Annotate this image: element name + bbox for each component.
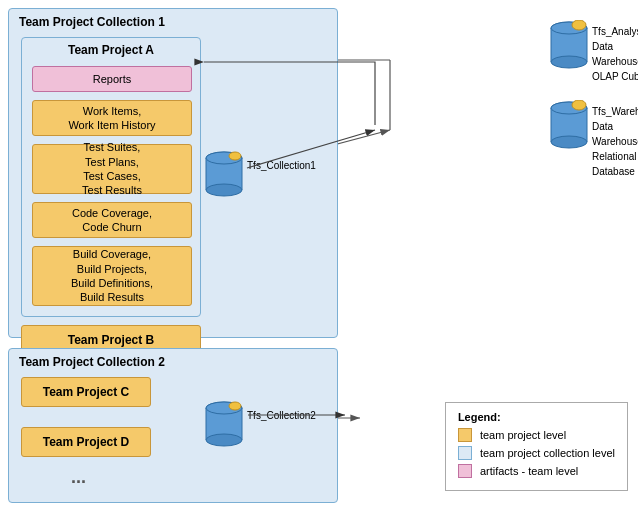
analysis-db-label: Tfs_AnalysisData WarehouseOLAP Cube	[592, 24, 638, 84]
tfs-collection2-cylinder: Tfs_Collection2	[205, 400, 243, 450]
diagram-container: Team Project Collection 1 Team Project A…	[0, 0, 638, 511]
warehouse-db-label: Tfs_WarehouseData WarehouseRelational Da…	[592, 104, 638, 179]
legend-label-collection: team project collection level	[480, 447, 615, 459]
collection1-box: Team Project Collection 1 Team Project A…	[8, 8, 338, 338]
collection1-cylinder-icon	[205, 150, 243, 198]
work-items-label: Work Items,Work Item History	[68, 104, 155, 133]
svg-point-12	[229, 152, 241, 160]
collection2-box: Team Project Collection 2 Team Project C…	[8, 348, 338, 503]
project-d-box: Team Project D	[21, 427, 151, 457]
project-a-box: Team Project A Reports Work Items,Work I…	[21, 37, 201, 317]
tfs-analysis-db: Tfs_AnalysisData WarehouseOLAP Cube	[550, 20, 588, 74]
project-c-box: Team Project C	[21, 377, 151, 407]
legend-item-artifacts: artifacts - team level	[458, 464, 615, 478]
test-label: Test Suites,Test Plans,Test Cases,Test R…	[82, 140, 142, 197]
legend-box: Legend: team project level team project …	[445, 402, 628, 491]
tfs-warehouse-db: Tfs_WarehouseData WarehouseRelational Da…	[550, 100, 588, 154]
svg-point-31	[551, 136, 587, 148]
code-box: Code Coverage,Code Churn	[32, 202, 192, 238]
svg-point-19	[229, 402, 241, 410]
warehouse-db-icon	[550, 100, 588, 152]
collection2-title: Team Project Collection 2	[19, 355, 165, 369]
collection2-cylinder-label: Tfs_Collection2	[247, 410, 316, 421]
build-box: Build Coverage,Build Projects,Build Defi…	[32, 246, 192, 306]
collection1-cylinder-label: Tfs_Collection1	[247, 160, 316, 171]
project-c-label: Team Project C	[43, 385, 129, 399]
legend-title: Legend:	[458, 411, 615, 423]
project-b-label: Team Project B	[68, 333, 154, 347]
legend-item-collection: team project collection level	[458, 446, 615, 460]
project-a-title: Team Project A	[68, 43, 154, 57]
reports-label: Reports	[93, 72, 132, 86]
collection2-cylinder-icon	[205, 400, 243, 448]
analysis-db-icon	[550, 20, 588, 72]
legend-item-project: team project level	[458, 428, 615, 442]
legend-swatch-artifacts	[458, 464, 472, 478]
svg-point-10	[206, 184, 242, 196]
svg-point-26	[572, 20, 586, 30]
collection1-title: Team Project Collection 1	[19, 15, 165, 29]
svg-point-24	[551, 56, 587, 68]
svg-point-17	[206, 434, 242, 446]
collection2-dots: ...	[71, 467, 86, 488]
legend-label-project: team project level	[480, 429, 566, 441]
code-label: Code Coverage,Code Churn	[72, 206, 152, 235]
reports-box: Reports	[32, 66, 192, 92]
test-box: Test Suites,Test Plans,Test Cases,Test R…	[32, 144, 192, 194]
svg-point-33	[572, 100, 586, 110]
legend-swatch-collection	[458, 446, 472, 460]
work-items-box: Work Items,Work Item History	[32, 100, 192, 136]
legend-swatch-project	[458, 428, 472, 442]
build-label: Build Coverage,Build Projects,Build Defi…	[71, 247, 153, 304]
project-d-label: Team Project D	[43, 435, 129, 449]
legend-label-artifacts: artifacts - team level	[480, 465, 578, 477]
tfs-collection1-cylinder: Tfs_Collection1	[205, 150, 243, 200]
